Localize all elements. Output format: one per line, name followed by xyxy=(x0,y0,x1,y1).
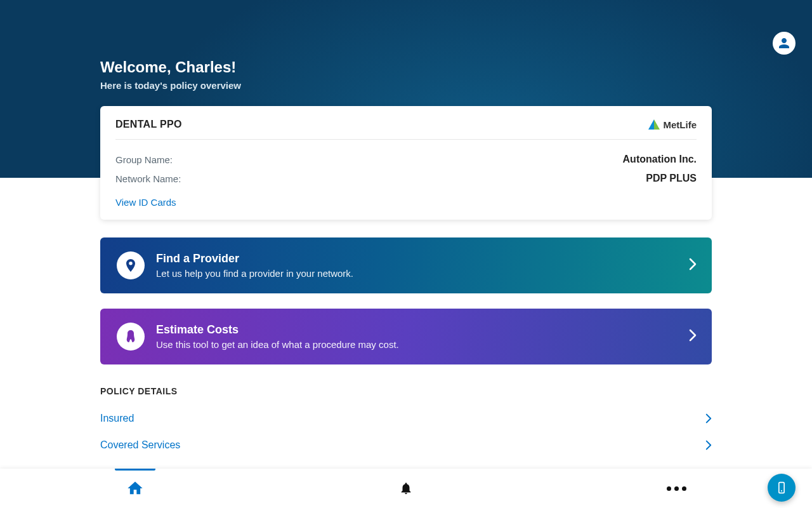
nav-notifications[interactable] xyxy=(271,469,542,508)
estimate-costs-text: Estimate Costs Use this tool to get an i… xyxy=(156,323,695,350)
bell-icon xyxy=(399,481,413,495)
network-row: Network Name: PDP PLUS xyxy=(115,169,697,188)
chevron-right-icon xyxy=(689,258,697,273)
find-provider-title: Find a Provider xyxy=(156,252,695,265)
brand-name: MetLife xyxy=(664,119,697,130)
welcome-subtitle: Here is today's policy overview xyxy=(100,80,712,91)
bottom-nav xyxy=(0,469,812,508)
welcome-heading: Welcome, Charles! xyxy=(100,58,712,76)
policy-details-heading: POLICY DETAILS xyxy=(100,386,712,396)
policy-card-header: DENTAL PPO MetLife xyxy=(115,119,697,140)
metlife-icon xyxy=(648,119,660,130)
id-card-icon xyxy=(775,481,788,494)
chevron-right-icon xyxy=(705,440,712,450)
covered-services-label: Covered Services xyxy=(100,439,180,451)
view-id-cards-link[interactable]: View ID Cards xyxy=(115,197,176,208)
insured-label: Insured xyxy=(100,413,134,424)
estimate-costs-title: Estimate Costs xyxy=(156,323,695,337)
estimate-costs-desc: Use this tool to get an idea of what a p… xyxy=(156,339,695,350)
chevron-right-icon xyxy=(705,413,712,424)
map-pin-icon xyxy=(117,251,145,279)
policy-card: DENTAL PPO MetLife Group Name: Autonatio… xyxy=(100,106,712,220)
profile-avatar-button[interactable] xyxy=(773,32,796,55)
network-value: PDP PLUS xyxy=(646,173,697,184)
brand-logo: MetLife xyxy=(648,119,697,130)
network-label: Network Name: xyxy=(115,173,181,184)
find-provider-desc: Let us help you find a provider in your … xyxy=(156,268,695,279)
person-icon xyxy=(776,36,792,51)
find-provider-text: Find a Provider Let us help you find a p… xyxy=(156,252,695,279)
find-provider-card[interactable]: Find a Provider Let us help you find a p… xyxy=(100,237,712,293)
id-card-fab[interactable] xyxy=(768,474,796,502)
plan-name: DENTAL PPO xyxy=(115,119,182,130)
svg-point-1 xyxy=(781,490,782,491)
chevron-right-icon xyxy=(689,329,697,344)
group-label: Group Name: xyxy=(115,154,173,165)
policy-card-body: Group Name: Autonation Inc. Network Name… xyxy=(115,140,697,208)
nav-home[interactable] xyxy=(0,469,271,508)
group-value: Autonation Inc. xyxy=(623,154,697,165)
group-row: Group Name: Autonation Inc. xyxy=(115,150,697,169)
covered-services-link[interactable]: Covered Services xyxy=(100,432,712,458)
tooth-icon xyxy=(117,323,145,351)
insured-link[interactable]: Insured xyxy=(100,405,712,432)
home-icon xyxy=(126,479,144,497)
main-content: Welcome, Charles! Here is today's policy… xyxy=(0,0,812,458)
dots-icon xyxy=(667,486,686,491)
estimate-costs-card[interactable]: Estimate Costs Use this tool to get an i… xyxy=(100,309,712,364)
